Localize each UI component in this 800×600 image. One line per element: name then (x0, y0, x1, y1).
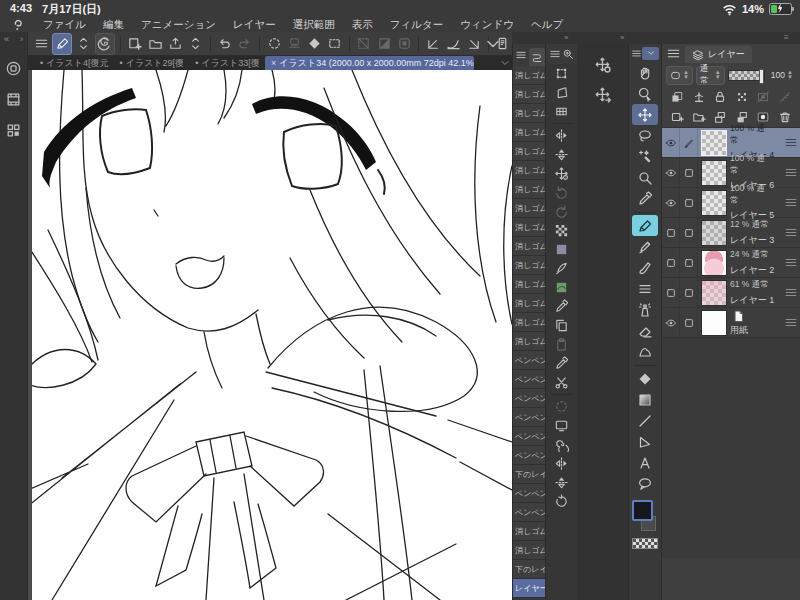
layer-visibility-toggle[interactable] (662, 218, 680, 247)
canvas-move-icon[interactable] (594, 56, 612, 74)
panel-menu-icon[interactable]: ≡ (784, 33, 789, 42)
layer-thumbnail[interactable] (701, 250, 727, 276)
history-entry[interactable]: 消しゴム消し (513, 66, 545, 85)
layer-panel-menu-icon[interactable] (666, 46, 681, 61)
history-entry[interactable]: ペンペン注 (513, 389, 545, 408)
layer-edit-target-toggle[interactable] (680, 158, 698, 187)
transfer-icon[interactable] (713, 110, 727, 124)
layer-row-menu-icon[interactable] (784, 315, 798, 330)
tool-button[interactable] (632, 299, 658, 320)
toolbar-button[interactable] (74, 34, 92, 54)
menu-item[interactable]: フィルター (390, 18, 443, 32)
alphadots-icon[interactable] (735, 90, 749, 104)
tool-button[interactable] (632, 278, 658, 299)
blend-mode-select[interactable]: 通常 ▲▼ (696, 66, 725, 85)
toolbar-button[interactable] (259, 36, 260, 52)
history-entry[interactable]: 消しゴム消し (513, 142, 545, 161)
history-entry[interactable]: 下のレイヤー (513, 560, 545, 579)
history-entry[interactable]: 消しゴム消し (513, 522, 545, 541)
lock-icon[interactable] (713, 90, 727, 104)
menu-item[interactable]: 選択範囲 (293, 18, 335, 32)
tool-button[interactable] (632, 368, 658, 389)
layer-thumbnail[interactable] (701, 310, 727, 336)
quick-access-icon[interactable] (5, 60, 22, 77)
toolbar-button[interactable] (349, 36, 350, 52)
opacity-stepper[interactable]: 100 ▲▼ (768, 67, 796, 84)
history-entry[interactable]: 消しゴム消し (513, 123, 545, 142)
canvas-tab[interactable]: • イラスト4[復元 (34, 56, 112, 70)
toolbar-button[interactable] (424, 34, 442, 54)
zoom-search-icon[interactable] (562, 48, 574, 60)
menu-item[interactable]: 編集 (103, 18, 124, 32)
edit-strip-button[interactable] (549, 335, 575, 354)
edit-strip-button[interactable] (549, 64, 575, 83)
history-entry[interactable]: 消しゴム消し (513, 313, 545, 332)
rulerdim-icon[interactable] (778, 90, 792, 104)
toolbar-button[interactable] (95, 33, 115, 55)
edit-strip-button[interactable] (549, 454, 575, 473)
menu-item[interactable]: ウィンドウ (460, 18, 514, 32)
history-entry[interactable]: ペンペン注 (513, 370, 545, 389)
layer-thumbnail[interactable] (701, 160, 727, 186)
history-entry[interactable]: 消しゴム消し (513, 237, 545, 256)
history-entry[interactable]: 消しゴム消し (513, 332, 545, 351)
canvas-viewport[interactable] (28, 70, 512, 600)
maskcircle-icon[interactable] (756, 110, 770, 124)
toolbar-button[interactable] (186, 34, 204, 54)
layer-visibility-toggle[interactable] (662, 188, 680, 217)
edit-strip-button[interactable] (549, 278, 575, 297)
tool-button[interactable] (632, 431, 658, 452)
tool-button[interactable] (632, 341, 658, 362)
layer-color-button[interactable]: ▲▼ (666, 66, 693, 85)
tool-button[interactable] (632, 167, 658, 188)
edit-strip-button[interactable] (549, 354, 575, 373)
edit-strip-button[interactable] (549, 316, 575, 335)
layer-visibility-toggle[interactable] (662, 308, 680, 337)
toolbar-button[interactable] (465, 34, 483, 54)
edit-strip-button[interactable] (549, 373, 575, 392)
edit-strip-button[interactable] (549, 221, 575, 240)
maskdim-icon[interactable] (756, 90, 770, 104)
history-entry[interactable]: ペンペン注 (513, 446, 545, 465)
clip-studio-logo-icon[interactable] (10, 18, 26, 32)
toolbar-button[interactable] (355, 34, 373, 54)
history-entry[interactable]: 消しゴム消し (513, 104, 545, 123)
menu-item[interactable]: ファイル (43, 18, 86, 32)
toolbar-button[interactable] (166, 34, 184, 54)
edit-strip-button[interactable] (549, 164, 575, 183)
layer-row[interactable]: 24 % 通常 レイヤー 2 (662, 248, 800, 278)
toolbar-button[interactable] (395, 34, 413, 54)
trash-icon[interactable] (778, 110, 792, 124)
layer-visibility-toggle[interactable] (662, 128, 680, 157)
layer-thumbnail[interactable] (701, 130, 727, 156)
layer-thumbnail[interactable] (701, 280, 727, 306)
history-tab[interactable] (529, 48, 545, 66)
tool-button[interactable] (632, 257, 658, 278)
canvas-tab[interactable]: • イラスト29[復 (114, 56, 188, 70)
toolbar-button[interactable] (216, 34, 234, 54)
toolbar-button[interactable] (326, 34, 344, 54)
layer-row[interactable]: 61 % 通常 レイヤー 1 (662, 278, 800, 308)
edit-strip-button[interactable] (549, 435, 575, 454)
toolbar-button[interactable] (236, 34, 254, 54)
tool-palette-menu-icon[interactable] (631, 48, 642, 59)
history-entry[interactable]: 消しゴム消し (513, 218, 545, 237)
toolbar-button[interactable] (305, 34, 323, 54)
panel-collapse-icon[interactable]: » (620, 33, 624, 42)
layer-move-icon[interactable] (594, 86, 612, 104)
edit-strip-button[interactable] (549, 492, 575, 511)
edit-strip-button[interactable] (549, 126, 575, 145)
menu-item[interactable]: レイヤー (233, 18, 276, 32)
edit-strip-button[interactable] (549, 397, 575, 416)
history-entry[interactable]: 消しゴム消し (513, 85, 545, 104)
draft-icon[interactable] (692, 90, 706, 104)
tab-marker-icon[interactable]: × (271, 58, 276, 68)
merge-icon[interactable] (735, 110, 749, 124)
history-entry[interactable]: 消しゴム消し (513, 199, 545, 218)
layer-visibility-toggle[interactable] (662, 158, 680, 187)
toolbar-button[interactable] (285, 34, 303, 54)
opacity-slider-handle[interactable] (759, 69, 764, 84)
menu-item[interactable]: アニメーション (141, 18, 216, 32)
toolbar-button[interactable] (32, 34, 50, 54)
layer-edit-target-toggle[interactable] (680, 308, 698, 337)
